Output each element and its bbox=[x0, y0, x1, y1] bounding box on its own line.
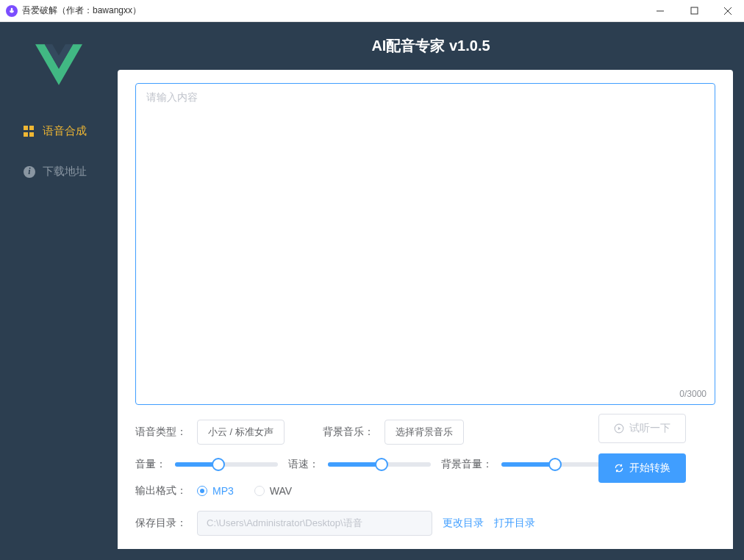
bg-music-select[interactable]: 选择背景音乐 bbox=[384, 420, 464, 445]
volume-label: 音量： bbox=[135, 458, 168, 471]
speed-label: 语速： bbox=[288, 458, 321, 471]
play-icon bbox=[614, 423, 624, 434]
nav-item-tts[interactable]: 语音合成 bbox=[0, 111, 118, 151]
bg-music-label: 背景音乐： bbox=[323, 426, 374, 439]
slider-thumb[interactable] bbox=[212, 458, 225, 471]
change-dir-link[interactable]: 更改目录 bbox=[443, 517, 484, 530]
voice-type-select[interactable]: 小云 / 标准女声 bbox=[197, 420, 285, 445]
convert-button[interactable]: 开始转换 bbox=[598, 453, 686, 483]
header: AI配音专家 v1.0.5 bbox=[118, 22, 744, 70]
slider-thumb[interactable] bbox=[548, 458, 562, 471]
slider-thumb[interactable] bbox=[375, 458, 388, 471]
volume-slider[interactable] bbox=[175, 462, 278, 467]
save-dir-input: C:\Users\Administrator\Desktop\语音 bbox=[197, 511, 432, 536]
speed-slider[interactable] bbox=[328, 462, 431, 467]
sidebar: 语音合成 i 下载地址 bbox=[0, 22, 118, 560]
refresh-icon bbox=[614, 463, 624, 473]
radio-mp3[interactable]: MP3 bbox=[197, 485, 234, 497]
close-button[interactable] bbox=[718, 4, 738, 18]
nav-item-download[interactable]: i 下载地址 bbox=[0, 151, 118, 192]
radio-circle bbox=[254, 486, 265, 496]
logo bbox=[0, 44, 118, 85]
page-title: AI配音专家 v1.0.5 bbox=[371, 36, 490, 56]
app-icon bbox=[6, 5, 18, 17]
nav-label: 下载地址 bbox=[43, 165, 87, 179]
output-format-label: 输出格式： bbox=[135, 484, 187, 498]
preview-button[interactable]: 试听一下 bbox=[598, 414, 686, 443]
bg-volume-slider[interactable] bbox=[501, 462, 604, 467]
content-textarea[interactable] bbox=[135, 83, 715, 405]
maximize-button[interactable] bbox=[684, 4, 704, 18]
svg-marker-7 bbox=[618, 427, 621, 431]
window-title: 吾爱破解（作者：bawangxx） bbox=[22, 4, 650, 17]
radio-wav[interactable]: WAV bbox=[254, 485, 292, 497]
radio-circle bbox=[197, 486, 207, 496]
minimize-button[interactable] bbox=[650, 4, 670, 18]
grid-icon bbox=[24, 126, 35, 137]
nav-label: 语音合成 bbox=[43, 124, 87, 138]
bg-volume-label: 背景音量： bbox=[441, 458, 494, 471]
info-icon: i bbox=[24, 166, 35, 178]
char-count: 0/3000 bbox=[679, 389, 707, 399]
save-dir-label: 保存目录： bbox=[135, 517, 187, 530]
voice-type-label: 语音类型： bbox=[135, 426, 187, 439]
svg-rect-1 bbox=[691, 7, 698, 14]
open-dir-link[interactable]: 打开目录 bbox=[494, 517, 535, 530]
titlebar: 吾爱破解（作者：bawangxx） bbox=[0, 0, 744, 22]
